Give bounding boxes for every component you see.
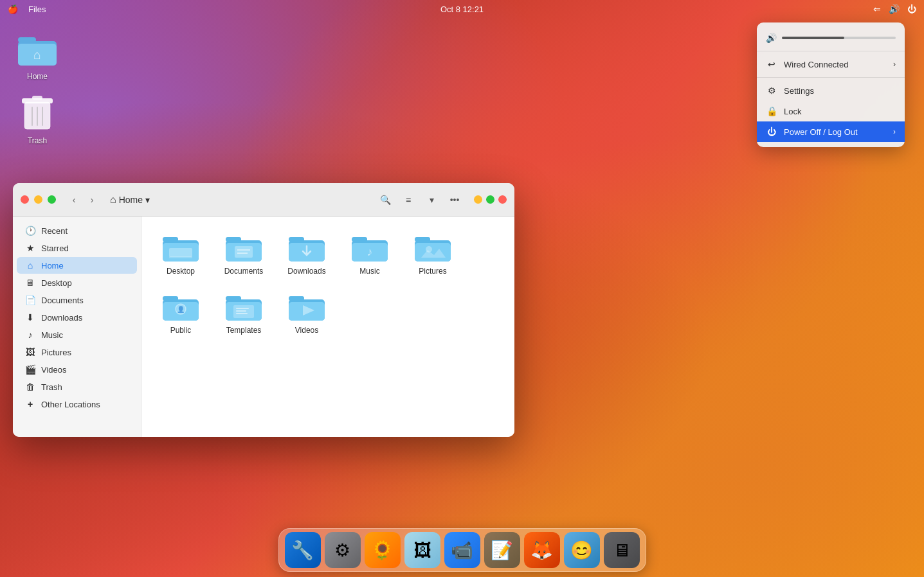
topbar-power-icon[interactable]: ⏻ — [907, 4, 916, 14]
system-menu: 🔊 ↩ Wired Connected › ⚙ Settings 🔒 Lock … — [757, 22, 905, 147]
sidebar: 🕐 Recent ★ Starred ⌂ Home 🖥 Desktop 📄 Do… — [13, 217, 141, 437]
folder-templates[interactable]: Templates — [215, 286, 273, 340]
desktop-folder-icon — [163, 232, 199, 263]
sidebar-label-trash: Trash — [41, 382, 62, 392]
window-decoration-circles — [474, 195, 507, 204]
folder-pictures[interactable]: Pictures — [404, 227, 462, 281]
window-minimize-button[interactable] — [34, 195, 42, 204]
view-options-button[interactable]: ▾ — [422, 191, 440, 209]
sidebar-item-documents[interactable]: 📄 Documents — [17, 292, 137, 308]
location-label: Home — [119, 195, 143, 205]
volume-row: 🔊 — [757, 28, 905, 48]
sidebar-label-videos: Videos — [41, 365, 67, 375]
sidebar-item-videos[interactable]: 🎬 Videos — [17, 361, 137, 378]
settings-menu-icon: ⚙ — [766, 85, 777, 96]
sidebar-label-desktop: Desktop — [41, 278, 72, 288]
dock-app-texteditor[interactable]: 📝 — [484, 532, 520, 568]
folder-music[interactable]: ♪ Music — [341, 227, 399, 281]
nav-back-button[interactable]: ‹ — [66, 192, 82, 208]
folder-videos[interactable]: Videos — [278, 286, 336, 340]
svg-rect-13 — [169, 248, 192, 257]
topbar-sound-icon[interactable]: 🔊 — [889, 4, 900, 14]
desktop-icon-home[interactable]: ⌂ Home — [14, 26, 60, 84]
downloads-sidebar-icon: ⬇ — [24, 312, 36, 323]
home-sidebar-icon: ⌂ — [24, 260, 36, 271]
volume-icon: 🔊 — [766, 33, 777, 43]
location-dropdown-icon[interactable]: ▾ — [145, 195, 150, 205]
dock-app-firefox[interactable]: 🦊 — [524, 532, 560, 568]
more-options-button[interactable]: ••• — [446, 191, 464, 209]
lock-icon: 🔒 — [766, 106, 777, 116]
sidebar-item-starred[interactable]: ★ Starred — [17, 240, 137, 256]
svg-rect-18 — [235, 246, 253, 258]
folder-templates-label: Templates — [226, 326, 262, 335]
dock-app-zoom[interactable]: 📹 — [444, 532, 480, 568]
folder-desktop-label: Desktop — [167, 267, 195, 276]
dock-app-sunflower[interactable]: 🌻 — [365, 532, 401, 568]
menu-separator-2 — [757, 77, 905, 78]
sidebar-item-other-locations[interactable]: + Other Locations — [17, 396, 137, 413]
sidebar-item-recent[interactable]: 🕐 Recent — [17, 222, 137, 239]
menu-item-network[interactable]: ↩ Wired Connected › — [757, 54, 905, 75]
folder-public[interactable]: 👤 Public — [152, 286, 210, 340]
volume-slider[interactable] — [782, 37, 896, 39]
sidebar-item-downloads[interactable]: ⬇ Downloads — [17, 309, 137, 326]
dock-app-settings[interactable]: ⚙ — [325, 532, 361, 568]
folder-documents-label: Documents — [224, 267, 264, 276]
trash-icon-label: Trash — [28, 136, 47, 145]
system-icon: 🖥 — [613, 540, 631, 561]
zoom-icon: 📹 — [451, 540, 473, 561]
trash-desktop-icon — [17, 93, 58, 134]
desktop-icon-trash[interactable]: Trash — [14, 90, 60, 148]
svg-rect-41 — [236, 308, 249, 309]
folder-videos-label: Videos — [295, 326, 318, 335]
window-body: 🕐 Recent ★ Starred ⌂ Home 🖥 Desktop 📄 Do… — [13, 217, 514, 437]
apple-menu[interactable]: 🍎 — [8, 4, 18, 14]
sidebar-item-home[interactable]: ⌂ Home — [17, 257, 137, 274]
svg-rect-43 — [236, 313, 248, 314]
dock-app-xcode[interactable]: 🔧 — [285, 532, 321, 568]
window-maximize-button[interactable] — [48, 195, 56, 204]
sidebar-item-desktop[interactable]: 🖥 Desktop — [17, 274, 137, 291]
settings-label: Settings — [784, 86, 814, 96]
documents-sidebar-icon: 📄 — [24, 295, 36, 305]
sidebar-item-trash[interactable]: 🗑 Trash — [17, 378, 137, 395]
menu-item-lock[interactable]: 🔒 Lock — [757, 101, 905, 121]
folder-desktop[interactable]: Desktop — [152, 227, 210, 281]
window-location[interactable]: ⌂ Home ▾ — [110, 194, 150, 206]
sidebar-label-pictures: Pictures — [41, 348, 71, 357]
topbar: 🍎 Files Oct 8 12:21 ⇐ 🔊 ⏻ — [0, 0, 924, 18]
music-folder-icon: ♪ — [352, 232, 388, 263]
search-button[interactable]: 🔍 — [376, 191, 394, 209]
dock-app-preview[interactable]: 🖼 — [404, 532, 440, 568]
folder-documents[interactable]: Documents — [215, 227, 273, 281]
svg-text:👤: 👤 — [177, 305, 185, 314]
sidebar-label-home: Home — [41, 261, 64, 271]
window-nav: ‹ › — [66, 192, 100, 208]
public-folder-icon: 👤 — [163, 291, 199, 322]
preview-icon: 🖼 — [413, 540, 431, 561]
topbar-datetime: Oct 8 12:21 — [440, 4, 484, 14]
folder-downloads[interactable]: Downloads — [278, 227, 336, 281]
window-titlebar: ‹ › ⌂ Home ▾ 🔍 ≡ ▾ ••• — [13, 183, 514, 217]
circle-red — [498, 195, 507, 204]
svg-text:⌂: ⌂ — [33, 48, 41, 62]
finder-icon: 😊 — [570, 540, 593, 561]
nav-forward-button[interactable]: › — [84, 192, 100, 208]
sidebar-label-starred: Starred — [41, 244, 69, 253]
desktop-sidebar-icon: 🖥 — [24, 278, 36, 288]
dock-app-system[interactable]: 🖥 — [604, 532, 640, 568]
lock-label: Lock — [784, 107, 801, 116]
app-name[interactable]: Files — [28, 4, 46, 14]
dock-app-finder[interactable]: 😊 — [564, 532, 600, 568]
pictures-sidebar-icon: 🖼 — [24, 347, 36, 357]
pictures-folder-icon — [415, 232, 451, 263]
menu-item-power[interactable]: ⏻ Power Off / Log Out › — [757, 121, 905, 142]
sidebar-item-music[interactable]: ♪ Music — [17, 326, 137, 343]
dock-settings-icon: ⚙ — [334, 540, 350, 561]
sidebar-item-pictures[interactable]: 🖼 Pictures — [17, 344, 137, 360]
view-list-button[interactable]: ≡ — [399, 191, 417, 209]
menu-item-settings[interactable]: ⚙ Settings — [757, 80, 905, 101]
window-close-button[interactable] — [21, 195, 29, 204]
topbar-back-icon: ⇐ — [873, 4, 881, 14]
